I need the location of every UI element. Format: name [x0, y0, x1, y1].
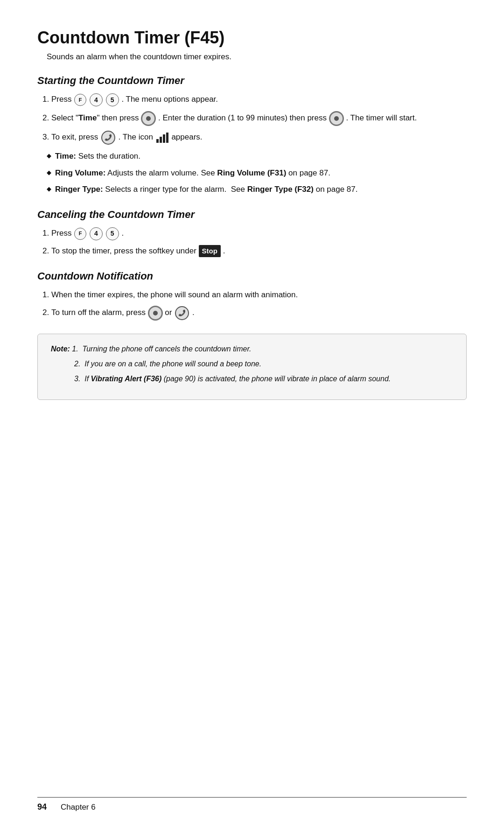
stop-badge: Stop [199, 245, 221, 258]
note-item-2: 2. If you are on a call, the phone will … [74, 358, 453, 370]
end-button-2 [175, 306, 189, 320]
footer: 94 Chapter 6 [37, 797, 467, 812]
section3-steps: When the timer expires, the phone will s… [51, 289, 467, 321]
note-list: Note: 1. Turning the phone off cancels t… [51, 343, 453, 385]
key-f: F [74, 94, 86, 106]
end-button-1 [101, 131, 115, 145]
page-title: Countdown Timer (F45) [37, 28, 467, 48]
section1-steps: Press F 4 5 . The menu options appear. S… [51, 93, 467, 145]
step-2-1: Press F 4 5 . [51, 227, 467, 240]
key-5: 5 [106, 93, 119, 106]
section3-heading: Countdown Notification [37, 270, 467, 282]
step-1-2: Select "Time" then press . Enter the dur… [51, 111, 467, 126]
section1-bullets: Time: Sets the duration. Ring Volume: Ad… [47, 150, 467, 196]
note-label: Note: [51, 345, 70, 353]
key-5-2: 5 [106, 227, 119, 240]
bullet-ring-volume: Ring Volume: Adjusts the alarm volume. S… [47, 167, 467, 179]
bullet-time: Time: Sets the duration. [47, 150, 467, 162]
step-2-2: To stop the timer, press the softkey und… [51, 245, 467, 258]
section1-heading: Starting the Countdown Timer [37, 75, 467, 87]
step-1-1: Press F 4 5 . The menu options appear. [51, 93, 467, 106]
section2-steps: Press F 4 5 . To stop the timer, press t… [51, 227, 467, 258]
page-subtitle: Sounds an alarm when the countdown timer… [47, 52, 467, 62]
ok-button-2 [329, 111, 344, 126]
step-3-2: To turn off the alarm, press or . [51, 306, 467, 321]
step-1-3: To exit, press . The icon appears. [51, 131, 467, 145]
footer-chapter: Chapter 6 [61, 803, 96, 812]
key-4: 4 [90, 93, 103, 106]
key-f-2: F [74, 228, 86, 240]
key-4-2: 4 [90, 227, 103, 240]
note-box: Note: 1. Turning the phone off cancels t… [37, 334, 467, 400]
ok-button-3 [148, 306, 163, 321]
ok-button-1 [141, 111, 156, 126]
section2-heading: Canceling the Countdown Timer [37, 209, 467, 221]
step-3-1: When the timer expires, the phone will s… [51, 289, 467, 301]
note-item-3: 3. If Vibrating Alert (F36) (page 90) is… [74, 373, 453, 385]
note-item-1: Note: 1. Turning the phone off cancels t… [51, 343, 453, 355]
footer-page-number: 94 [37, 802, 47, 812]
bullet-ringer-type: Ringer Type: Selects a ringer type for t… [47, 183, 467, 196]
signal-icon [156, 133, 168, 143]
